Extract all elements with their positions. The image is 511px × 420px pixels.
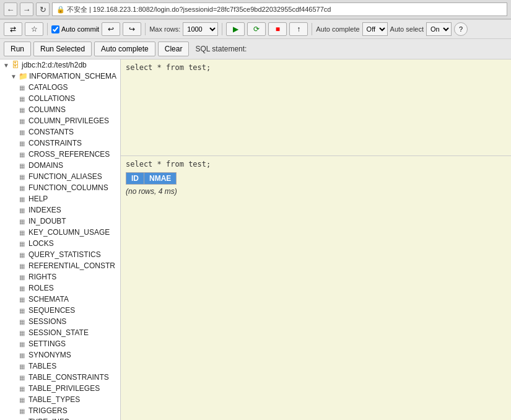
run-button[interactable]: Run — [4, 42, 31, 56]
table-icon: ▦ — [17, 172, 26, 181]
sidebar-item[interactable]: ▦ CROSS_REFERENCES — [0, 149, 120, 160]
browser-chrome: ← → ↻ 🔒 不安全 | 192.168.223.1:8082/login.d… — [0, 0, 511, 20]
sidebar-item[interactable]: ▦ REFERENTIAL_CONSTR — [0, 260, 120, 271]
sidebar-item[interactable]: ▦ FUNCTION_ALIASES — [0, 171, 120, 182]
table-icon: ▦ — [17, 362, 26, 370]
toolbar-icon1-button[interactable]: ⇄ — [4, 22, 22, 36]
sidebar-item[interactable]: ▦ DOMAINS — [0, 160, 120, 171]
export-icon: ↑ — [294, 24, 304, 34]
sidebar-item[interactable]: ▦ RIGHTS — [0, 271, 120, 282]
sidebar-item[interactable]: ▦ SETTINGS — [0, 338, 120, 349]
sidebar-item-label: CROSS_REFERENCES — [28, 150, 110, 159]
results-query-text: select * from test; — [126, 160, 506, 168]
table-icon: ▦ — [17, 250, 26, 259]
table-icon: ▦ — [17, 239, 26, 248]
table-icon: ▦ — [17, 328, 26, 337]
root-folder-icon: 🗄 — [11, 61, 20, 69]
sidebar-item[interactable]: ▦ SESSIONS — [0, 316, 120, 327]
toolbar-icon2-button[interactable]: ☆ — [25, 22, 43, 36]
sidebar-item[interactable]: ▦ FUNCTION_COLUMNS — [0, 182, 120, 193]
maxrows-label: Max rows: — [149, 25, 180, 33]
table-icon: ▦ — [17, 116, 26, 125]
divider1 — [47, 23, 48, 35]
sidebar-item[interactable]: ▦ COLLATIONS — [0, 93, 120, 104]
sidebar-item[interactable]: ▦ ROLES — [0, 282, 120, 294]
sidebar-item[interactable]: ▦ TYPE_INFO — [0, 416, 120, 420]
address-bar[interactable]: 🔒 不安全 | 192.168.223.1:8082/login.do?jses… — [52, 2, 507, 16]
sql-input[interactable]: select * from test; — [126, 63, 506, 150]
sidebar-item[interactable]: ▦ HELP — [0, 193, 120, 204]
table-icon: ▦ — [17, 339, 26, 348]
sidebar-item-label: TABLE_CONSTRAINTS — [28, 373, 109, 382]
undo-button[interactable]: ↩ — [102, 22, 120, 36]
autocomplete-select[interactable]: Off On — [362, 22, 388, 36]
sidebar-schema-label: INFORMATION_SCHEMA — [29, 72, 116, 81]
autoselect-select[interactable]: On Off — [426, 22, 452, 36]
sidebar: ▼ 🗄 jdbc:h2:d:/test/h2db ▼ 📁 INFORMATION… — [0, 59, 121, 420]
redo-button[interactable]: ↪ — [123, 22, 141, 36]
table-icon: ▦ — [17, 161, 26, 170]
table-icon: ▦ — [17, 306, 26, 315]
sidebar-schema-item[interactable]: ▼ 📁 INFORMATION_SCHEMA — [0, 71, 120, 82]
sidebar-item[interactable]: ▦ CONSTANTS — [0, 126, 120, 138]
sidebar-item-label: REFERENTIAL_CONSTR — [28, 261, 115, 270]
sidebar-item-label: RIGHTS — [28, 273, 56, 281]
redo-icon: ↪ — [127, 24, 137, 34]
back-button[interactable]: ← — [4, 2, 17, 16]
bookmark-icon: ☆ — [29, 24, 39, 34]
run-selected-button[interactable]: Run Selected — [33, 42, 92, 56]
clear-button[interactable]: Clear — [158, 42, 190, 56]
sidebar-item-label: CONSTANTS — [28, 128, 74, 136]
sidebar-root-item[interactable]: ▼ 🗄 jdbc:h2:d:/test/h2db — [0, 59, 120, 71]
divider4 — [312, 23, 312, 35]
sidebar-item-label: KEY_COLUMN_USAGE — [28, 228, 110, 237]
export-toolbar-button[interactable]: ↑ — [289, 22, 308, 36]
table-icon: ▦ — [17, 183, 26, 192]
autocommit-checkbox[interactable] — [51, 25, 59, 33]
address-text: 🔒 不安全 | 192.168.223.1:8082/login.do?jses… — [56, 5, 331, 14]
forward-button[interactable]: → — [20, 2, 33, 16]
table-icon: ▦ — [17, 206, 26, 214]
sidebar-item-label: HELP — [28, 195, 48, 203]
stop-toolbar-button[interactable]: ■ — [268, 22, 287, 36]
swap-icon: ⇄ — [8, 24, 18, 34]
sidebar-item[interactable]: ▦ COLUMN_PRIVILEGES — [0, 115, 120, 126]
refresh-button[interactable]: ↻ — [36, 2, 50, 16]
sidebar-item-label: SETTINGS — [28, 339, 66, 348]
sidebar-item[interactable]: ▦ INDEXES — [0, 204, 120, 216]
sidebar-item[interactable]: ▦ KEY_COLUMN_USAGE — [0, 227, 120, 238]
sidebar-item[interactable]: ▦ IN_DOUBT — [0, 216, 120, 227]
schema-expand-icon: ▼ — [10, 72, 17, 80]
sidebar-item[interactable]: ▦ TABLE_CONSTRAINTS — [0, 372, 120, 383]
sidebar-item[interactable]: ▦ TABLE_TYPES — [0, 394, 120, 405]
table-icon: ▦ — [17, 351, 26, 359]
sidebar-item[interactable]: ▦ LOCKS — [0, 238, 120, 249]
content-area: select * from test; select * from test; … — [121, 59, 511, 420]
run-toolbar-button[interactable]: ▶ — [226, 22, 245, 36]
table-icon: ▦ — [17, 128, 26, 136]
sidebar-item-label: TABLE_PRIVILEGES — [28, 384, 100, 393]
sidebar-item[interactable]: ▦ SESSION_STATE — [0, 327, 120, 338]
sidebar-item[interactable]: ▦ TABLES — [0, 361, 120, 372]
refresh-icon: ⟳ — [251, 24, 261, 34]
sidebar-item[interactable]: ▦ COLUMNS — [0, 104, 120, 115]
help-button[interactable]: ? — [454, 22, 468, 36]
sidebar-item[interactable]: ▦ SEQUENCES — [0, 305, 120, 316]
sidebar-item[interactable]: ▦ CONSTRAINTS — [0, 138, 120, 149]
sidebar-item-label: COLUMNS — [28, 105, 66, 114]
sidebar-item[interactable]: ▦ CATALOGS — [0, 82, 120, 93]
refresh-toolbar-button[interactable]: ⟳ — [247, 22, 266, 36]
sidebar-item[interactable]: ▦ QUERY_STATISTICS — [0, 249, 120, 260]
sidebar-item[interactable]: ▦ TRIGGERS — [0, 405, 120, 416]
table-icon: ▦ — [17, 284, 26, 292]
sidebar-item[interactable]: ▦ SYNONYMS — [0, 349, 120, 361]
schema-folder-icon: 📁 — [19, 72, 27, 81]
sidebar-item[interactable]: ▦ TABLE_PRIVILEGES — [0, 383, 120, 394]
table-icon: ▦ — [17, 228, 26, 237]
divider2 — [145, 23, 146, 35]
table-icon: ▦ — [17, 139, 26, 147]
sidebar-item[interactable]: ▦ SCHEMATA — [0, 294, 120, 305]
auto-complete-button[interactable]: Auto complete — [94, 42, 155, 56]
help-icon: ? — [459, 25, 463, 33]
maxrows-select[interactable]: 1000 100 500 10000 — [183, 22, 218, 36]
